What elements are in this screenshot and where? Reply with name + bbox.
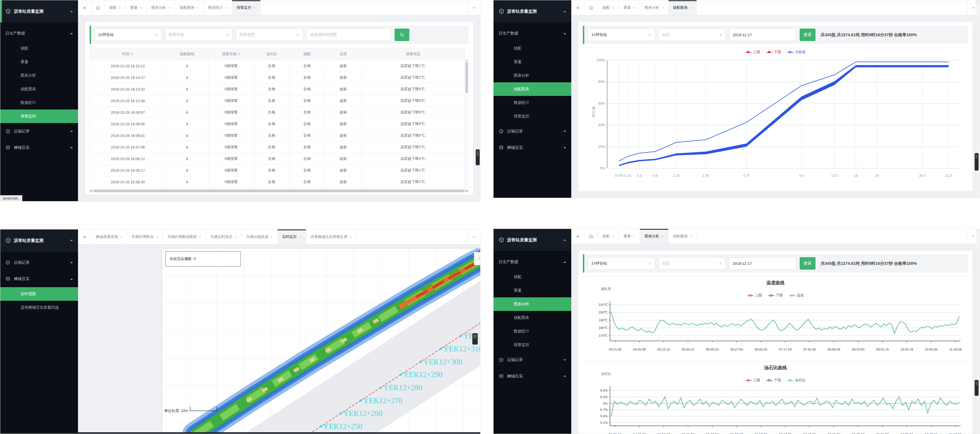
scroll-minimap[interactable] [975,380,978,396]
app-title[interactable]: 沥青站质量监测 [0,0,78,22]
close-icon[interactable]: × [253,6,256,10]
home-icon[interactable] [91,0,105,15]
close-icon[interactable]: × [690,234,692,238]
search-button[interactable]: 搜索 [800,257,816,270]
sidebar-item[interactable]: 级配 [493,270,571,284]
scroll-minimap[interactable] [476,149,480,165]
scroll-up-icon[interactable]: ▲ [466,59,468,61]
collapse-sidebar-button[interactable]: « [78,0,91,15]
tab-item[interactable]: 沥青摊铺压实质量监测× [306,230,357,244]
sidebar-item[interactable]: 摊铺压实 [493,139,571,156]
sidebar-item[interactable]: 级配 [0,41,78,55]
tab-item[interactable]: 数据统计× [204,0,232,15]
close-icon[interactable]: × [299,235,301,239]
tab-overflow-chevron-down-icon[interactable] [468,230,480,244]
sidebar-item[interactable]: 图表分析 [493,297,571,311]
station-select[interactable]: 1#拌合站▼ [588,257,655,270]
sidebar-item[interactable]: 级配图表 [493,311,571,324]
tab-item[interactable]: 图表分析× [640,0,668,15]
table-vertical-scrollbar[interactable]: ▲ [465,59,469,188]
date-input[interactable]: 2019-11-17 [729,29,796,41]
scroll-right-icon[interactable]: ▶ [466,190,468,192]
sidebar-item[interactable]: 沥青摊铺压实质量回放 [0,301,78,314]
sidebar-item[interactable]: 日生产数据 [493,254,571,270]
tab-item[interactable]: 车辆运输轨迹× [242,230,278,244]
sidebar-item[interactable]: 运输记录 [0,254,78,271]
scroll-minimap[interactable] [473,333,478,345]
tab-overflow-chevron-down-icon[interactable] [468,0,480,15]
scroll-thumb[interactable] [94,190,465,192]
scroll-left-icon[interactable]: ◀ [90,190,92,192]
sidebar-item[interactable]: 实时视图 [0,287,78,301]
close-icon[interactable]: × [633,6,635,10]
sidebar-item[interactable]: 报警监控 [0,110,78,123]
sidebar-item[interactable]: 级配 [493,41,571,55]
tab-item[interactable]: 实时监控× [278,230,306,244]
collapse-sidebar-button[interactable]: « [571,229,585,244]
legend-item[interactable]: 上限 [748,293,762,298]
legend-item[interactable]: 上限 [745,378,760,383]
table-horizontal-scrollbar[interactable]: ◀▶ [90,189,469,193]
tab-item[interactable]: 报警监控× [232,0,261,15]
tab-item[interactable]: 级配图表× [175,0,204,15]
legend-item[interactable]: 上限 [745,50,760,54]
station-select[interactable]: 1#拌合站▼ [588,29,655,41]
column-header[interactable]: 时间 [90,48,166,60]
legend-item[interactable]: 下限 [768,293,783,298]
alarm-level-select[interactable]: 报警等级▼ [165,29,232,41]
tab-item[interactable]: 级配× [598,0,619,15]
close-icon[interactable]: × [662,234,664,238]
search-button[interactable]: 搜索 [800,29,816,41]
sidebar-item[interactable]: 报警监控 [493,338,571,352]
legend-item[interactable]: 下限 [766,378,781,383]
tab-item[interactable]: 图表分析× [640,229,668,244]
sidebar-item[interactable]: 摊铺压实 [493,368,571,385]
app-title[interactable]: 沥青站质量监测 [0,230,78,252]
close-icon[interactable]: × [225,6,227,10]
close-icon[interactable]: × [612,6,614,10]
close-icon[interactable]: × [270,235,273,239]
tab-item[interactable]: 重量× [619,0,640,15]
sidebar-item[interactable]: 日生产数据 [0,25,78,41]
scroll-minimap[interactable] [975,153,978,171]
collapse-sidebar-button[interactable]: « [571,0,585,15]
sidebar-item[interactable]: 摊铺压实 [0,271,78,287]
sidebar-item[interactable]: 数据统计 [493,324,571,338]
sort-icons[interactable] [131,51,134,57]
sidebar-item[interactable]: 运输记录 [0,123,78,139]
close-icon[interactable]: × [120,235,123,239]
close-icon[interactable]: × [119,6,121,10]
sidebar-item[interactable]: 图表分析 [0,69,78,82]
close-icon[interactable]: × [140,6,142,10]
tab-item[interactable]: 级配× [598,229,619,244]
sidebar-item[interactable]: 运输记录 [493,123,571,139]
app-title[interactable]: 沥青站质量监测 [493,229,571,251]
sidebar-item[interactable]: 数据统计 [0,96,78,110]
tab-item[interactable]: 级配× [105,0,126,15]
sort-icons[interactable] [238,51,240,57]
close-icon[interactable]: × [199,235,201,239]
scope-select[interactable]: 全部▼ [658,257,725,270]
sidebar-item[interactable]: 报警监控 [493,110,571,123]
close-icon[interactable]: × [690,6,692,10]
legend-item[interactable]: 油石比 [787,378,806,383]
close-icon[interactable]: × [197,6,199,10]
tab-item[interactable]: 车辆实时状态× [206,230,242,244]
close-icon[interactable]: × [633,234,635,238]
sidebar-item[interactable]: 重量 [493,55,571,69]
tab-item[interactable]: 摊铺质量追溯× [91,230,127,244]
scope-select[interactable]: 全部▼ [658,29,725,41]
tab-item[interactable]: 图表分析× [147,0,175,15]
app-title[interactable]: 沥青站质量监测 [493,0,571,22]
legend-item[interactable]: 当前值 [787,50,806,54]
sidebar-item[interactable]: 重量 [493,284,571,297]
close-icon[interactable]: × [612,234,614,238]
column-header[interactable]: 报警等级 [208,48,254,60]
paving-map[interactable]: YEK12+250YEK12+260YEK12+270YEK12+280YEK1… [162,248,480,432]
sidebar-item[interactable]: 数据统计 [493,96,571,110]
alarm-type-select[interactable]: 报警类型▼ [236,29,303,41]
legend-item[interactable]: 温度 [789,293,804,298]
date-input[interactable]: 2019-11-17 [729,257,796,270]
station-select[interactable]: 1#拌合站▼ [94,29,162,41]
close-icon[interactable]: × [235,235,237,239]
